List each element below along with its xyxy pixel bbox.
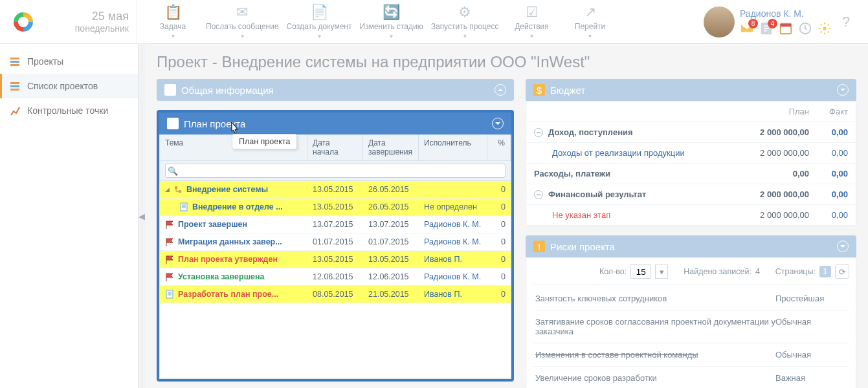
risk-row[interactable]: Увеличение сроков разработкиВажная [533,367,849,388]
tooltip: План проекта [232,134,297,149]
user-area: Радионов К. М. 8 4 [704,6,868,38]
col-end[interactable]: Дата завершения [363,135,419,160]
plan-row[interactable]: Разработать план прое...08.05.201521.05.… [160,286,511,303]
risks-icon: ! [533,241,545,252]
help-icon[interactable]: ? [842,14,856,30]
budget-row[interactable]: −Финансовый результат2 000 000,000,00 [526,184,856,205]
risk-label: Изменения в составе проектной команды [535,350,775,360]
col-start[interactable]: Дата начала [307,135,363,160]
collapse-icon[interactable] [837,84,849,96]
sidebar-item-0[interactable]: Проекты [0,49,138,74]
row-icon [173,185,183,194]
row-performer: Не определен [419,202,487,211]
risks-pages-label: Страницы: [775,267,816,276]
risks-count-input[interactable] [630,264,651,279]
risks-found-label: Найдено записей: [684,267,751,276]
plan-row[interactable]: Внедрение в отделе ...13.05.201526.05.20… [160,199,511,216]
plan-row[interactable]: Проект завершен13.07.201513.07.2015Радио… [160,216,511,233]
mail-icon[interactable]: 8 [740,21,754,36]
risk-row[interactable]: Изменения в составе проектной командыОбы… [533,343,849,367]
plan-search-input[interactable] [165,164,506,178]
row-icon [165,237,174,246]
budget-row[interactable]: −Доход, поступления2 000 000,000,00 [526,122,856,143]
toolbar-4[interactable]: ⚙Запустить процесс▾ [427,1,503,43]
panel-header-plan[interactable]: ☰ План проекта [159,113,511,135]
toolbar-0[interactable]: 📋Задача▾ [144,1,202,43]
budget-label: Не указан этап [534,210,731,220]
budget-fact: 0,00 [809,169,848,178]
row-start: 01.07.2015 [307,237,363,246]
budget-plan: 2 000 000,00 [731,127,809,137]
sidebar-collapse[interactable]: ◀ [139,44,145,388]
budget-row[interactable]: Доходы от реализации продукции2 000 000,… [526,143,856,164]
tasks-icon[interactable]: 4 [759,21,773,36]
budget-table: План Факт −Доход, поступления2 000 000,0… [526,101,856,226]
expand-icon[interactable] [492,118,504,129]
budget-plan: 2 000 000,00 [731,189,809,199]
calendar-icon[interactable] [779,21,793,36]
svg-rect-11 [181,203,187,211]
collapse-minus-icon[interactable]: − [534,190,543,199]
row-theme: План проекта утвержден [178,255,278,264]
risk-row[interactable]: Затягивание сроков согласования проектно… [533,310,849,343]
page-title: Проект - Внедрение системы на предприяти… [157,53,856,71]
row-performer: Радионов К. М. [419,220,487,229]
toolbar-2[interactable]: 📄Создать документ▾ [283,1,356,43]
svg-rect-7 [10,64,19,66]
dropdown-icon[interactable]: ▾ [655,264,668,279]
row-end: 21.05.2015 [363,290,419,299]
collapse-minus-icon[interactable]: − [534,128,543,137]
plan-row[interactable]: Миграция данных завер...01.07.201501.07.… [160,233,511,251]
refresh-icon[interactable]: ⟳ [835,264,849,279]
plan-row[interactable]: Установка завершена12.06.201512.06.2015Р… [160,268,511,286]
row-icon [165,272,174,281]
toolbar-3[interactable]: 🔄Изменить стадию▾ [356,1,427,43]
panel-header-info[interactable]: ☰ Общая информация [157,79,514,101]
svg-rect-2 [781,23,792,27]
page-number[interactable]: 1 [819,266,831,277]
mail-badge: 8 [748,19,758,28]
settings-icon[interactable] [818,21,832,36]
toolbar-6[interactable]: ↗Перейти▾ [561,1,619,43]
collapse-icon[interactable] [495,84,506,96]
row-percent: 0 [487,237,511,246]
logo[interactable] [0,12,47,32]
risks-body: Кол-во: ▾ Найдено записей: 4 Страницы: 1… [526,257,856,388]
collapse-icon[interactable] [837,241,849,252]
row-theme: Проект завершен [178,220,247,229]
col-percent[interactable]: % [487,135,511,160]
svg-rect-5 [10,58,19,59]
budget-label: Расходы, платежи [534,169,731,178]
panel-title-budget: Бюджет [550,85,832,96]
user-name[interactable]: Радионов К. М. [740,8,804,19]
plan-row[interactable]: ◢Внедрение системы13.05.201526.05.20150 [160,181,511,199]
row-theme: Внедрение в отделе ... [192,202,283,211]
row-icon [179,202,188,211]
panel-header-risks[interactable]: ! Риски проекта [526,235,856,257]
svg-rect-10 [10,89,19,91]
row-start: 13.05.2015 [307,202,363,211]
sidebar-item-1[interactable]: Список проектов [0,74,138,98]
col-performer[interactable]: Исполнитель [419,135,487,160]
svg-rect-9 [10,85,19,87]
budget-icon: $ [533,84,545,96]
plan-table: Тема Дата начала Дата завершения Исполни… [159,135,511,379]
budget-row[interactable]: Расходы, платежи0,000,00 [526,164,856,184]
top-bar: 25 мая понедельник 📋Задача▾✉Послать сооб… [0,0,868,44]
budget-row[interactable]: Не указан этап2 000 000,000,00 [526,205,856,226]
avatar[interactable] [704,6,735,38]
toolbar-1[interactable]: ✉Послать сообщение▾ [202,1,283,43]
date-box: 25 мая понедельник [47,0,137,43]
row-icon [165,220,174,229]
row-icon [165,290,174,299]
clock-icon[interactable] [798,21,812,36]
sidebar-item-2[interactable]: Контрольные точки [0,98,138,123]
risk-row[interactable]: Занятость ключевых сотрудниковПростейшая [533,287,849,310]
toolbar-5[interactable]: ☑Действия▾ [503,1,561,43]
plan-row[interactable]: План проекта утвержден13.05.201513.05.20… [160,251,511,268]
risks-count-label: Кол-во: [599,267,627,276]
row-end: 12.06.2015 [363,272,419,281]
row-percent: 0 [487,272,511,281]
panel-header-budget[interactable]: $ Бюджет [526,79,856,101]
toolbar: 📋Задача▾✉Послать сообщение▾📄Создать доку… [137,1,619,43]
